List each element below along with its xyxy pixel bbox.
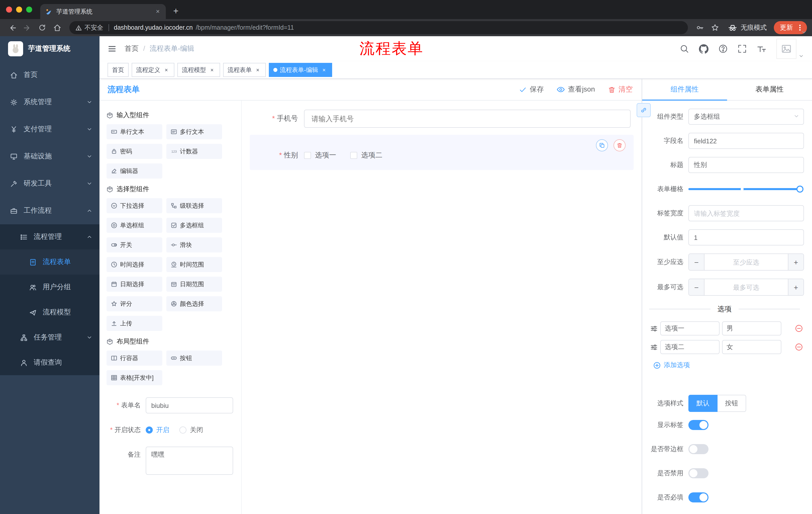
plus-button[interactable]: + <box>788 279 804 295</box>
window-minimize-button[interactable] <box>16 6 22 12</box>
component-type-select[interactable] <box>688 109 804 125</box>
sidebar-item-process-model[interactable]: 流程模型 <box>0 300 99 325</box>
sidebar-item-workflow[interactable]: 工作流程 <box>0 197 99 224</box>
sidebar-item-dev-tools[interactable]: 研发工具 <box>0 170 99 197</box>
security-badge[interactable]: 不安全 <box>76 23 103 32</box>
close-icon[interactable] <box>254 66 261 74</box>
close-icon[interactable] <box>163 66 170 74</box>
component-checkbox-group[interactable]: 多选框组 <box>166 218 222 233</box>
sidebar-item-system[interactable]: 系统管理 <box>0 88 99 116</box>
copy-component-button[interactable] <box>596 139 608 152</box>
tag-process-model[interactable]: 流程模型 <box>177 63 220 77</box>
slider-track[interactable] <box>688 188 800 190</box>
option-drag-icon[interactable] <box>650 343 658 351</box>
window-close-button[interactable] <box>6 6 12 12</box>
component-editor[interactable]: 编辑器 <box>107 163 162 179</box>
component-type-value[interactable] <box>688 109 804 125</box>
sidebar-item-task-management[interactable]: 任务管理 <box>0 325 99 350</box>
canvas-field-phone[interactable]: 手机号 <box>250 110 631 128</box>
component-date-picker[interactable]: 日期选择 <box>107 277 162 292</box>
form-canvas[interactable]: 手机号 <box>242 101 642 514</box>
status-on-radio[interactable]: 开启 <box>146 426 169 435</box>
app-logo[interactable]: 芋道管理系统 <box>0 36 99 61</box>
clear-button[interactable]: 清空 <box>608 85 633 94</box>
option-name-input[interactable] <box>660 340 720 354</box>
remark-textarea[interactable]: 嘿嘿 <box>146 447 233 475</box>
slider-handle[interactable] <box>796 186 804 193</box>
browser-tab[interactable]: 芋道管理系统 <box>40 4 166 19</box>
tab-form-props[interactable]: 表单属性 <box>727 79 812 100</box>
home-button[interactable] <box>50 21 64 35</box>
sidebar-item-infrastructure[interactable]: 基础设施 <box>0 143 99 170</box>
add-option-button[interactable]: 添加选项 <box>653 360 804 370</box>
sidebar-item-payment[interactable]: 支付管理 <box>0 116 99 143</box>
component-radio-group[interactable]: 单选框组 <box>107 218 162 233</box>
view-json-button[interactable]: 查看json <box>557 85 595 94</box>
min-select-input[interactable] <box>704 254 788 270</box>
sidebar-item-user-group[interactable]: 用户分组 <box>0 275 99 300</box>
tab-close-icon[interactable] <box>154 7 162 16</box>
form-name-input[interactable] <box>146 397 233 413</box>
tag-home[interactable]: 首页 <box>108 63 128 77</box>
component-time-picker[interactable]: 时间选择 <box>107 257 162 272</box>
border-switch[interactable] <box>688 444 708 454</box>
sidebar-item-process-management[interactable]: 流程管理 <box>0 224 99 249</box>
remove-option-icon[interactable] <box>795 324 803 332</box>
default-value-input[interactable] <box>688 229 804 245</box>
close-icon[interactable] <box>321 66 328 74</box>
window-zoom-button[interactable] <box>26 6 32 12</box>
link-icon[interactable] <box>637 103 651 117</box>
component-cascader[interactable]: 级联选择 <box>166 198 222 213</box>
component-switch[interactable]: 开关 <box>107 237 162 252</box>
tag-process-definition[interactable]: 流程定义 <box>132 63 174 77</box>
component-multiline-text[interactable]: 多行文本 <box>166 124 222 139</box>
component-upload[interactable]: 上传 <box>107 316 162 331</box>
minus-button[interactable]: − <box>689 279 704 295</box>
tab-component-props[interactable]: 组件属性 <box>642 79 727 100</box>
component-counter[interactable]: 123 计数器 <box>166 144 222 159</box>
github-icon[interactable] <box>699 44 708 54</box>
component-date-range[interactable]: 日期范围 <box>166 277 222 292</box>
required-switch[interactable] <box>688 492 708 503</box>
component-table[interactable]: 表格[开发中] <box>107 370 162 385</box>
option-value-input[interactable] <box>722 340 781 354</box>
user-menu[interactable] <box>776 39 804 59</box>
component-color-picker[interactable]: 颜色选择 <box>166 296 222 311</box>
remove-option-icon[interactable] <box>795 343 803 351</box>
component-button[interactable]: 按钮 <box>166 351 222 366</box>
phone-input[interactable] <box>304 110 631 128</box>
window-controls[interactable] <box>6 0 32 19</box>
new-tab-button[interactable]: + <box>169 4 183 18</box>
forward-button[interactable] <box>20 21 34 35</box>
option-value-input[interactable] <box>722 321 781 335</box>
option-drag-icon[interactable] <box>650 325 658 332</box>
sidebar-item-process-form[interactable]: 流程表单 <box>0 249 99 275</box>
gender-option-1-checkbox[interactable]: 选项一 <box>304 151 336 160</box>
sidebar-collapse-button[interactable] <box>108 44 117 53</box>
sidebar-item-home[interactable]: 首页 <box>0 61 99 88</box>
max-select-input[interactable] <box>704 279 788 295</box>
search-icon[interactable] <box>680 44 689 53</box>
show-label-switch[interactable] <box>688 420 708 430</box>
reload-button[interactable] <box>35 21 49 35</box>
bookmark-star-icon[interactable] <box>708 21 722 35</box>
help-icon[interactable] <box>719 44 728 53</box>
component-slider[interactable]: 滑块 <box>166 237 222 252</box>
component-time-range[interactable]: 时间范围 <box>166 257 222 272</box>
style-button-button[interactable]: 按钮 <box>718 395 746 412</box>
password-key-icon[interactable] <box>693 21 707 35</box>
tag-process-form-edit[interactable]: 流程表单-编辑 <box>269 63 332 77</box>
form-grid-slider[interactable] <box>688 181 804 197</box>
style-default-button[interactable]: 默认 <box>688 395 718 412</box>
option-name-input[interactable] <box>660 321 720 335</box>
label-width-input[interactable] <box>688 205 804 221</box>
component-rating[interactable]: 评分 <box>107 296 162 311</box>
field-name-input[interactable] <box>688 133 804 149</box>
minus-button[interactable]: − <box>689 254 704 270</box>
address-bar[interactable]: 不安全 dashboard.yudao.iocoder.cn/bpm/manag… <box>69 21 688 34</box>
save-button[interactable]: 保存 <box>519 85 544 94</box>
sidebar-item-leave-query[interactable]: 请假查询 <box>0 350 99 375</box>
tag-process-form[interactable]: 流程表单 <box>223 63 266 77</box>
close-icon[interactable] <box>208 66 215 74</box>
component-select[interactable]: 下拉选择 <box>107 198 162 213</box>
